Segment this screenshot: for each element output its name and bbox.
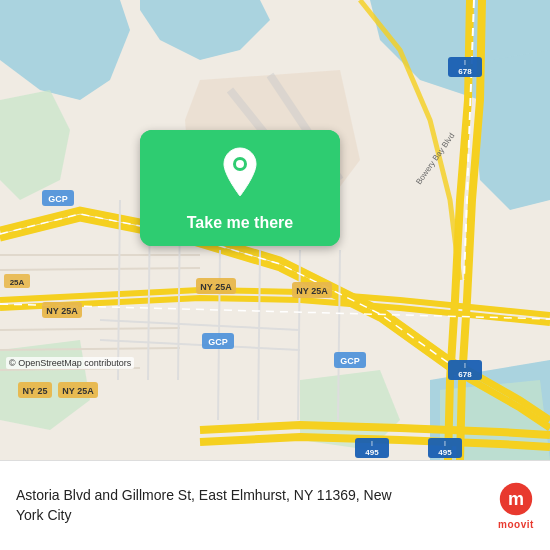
svg-text:NY 25A: NY 25A	[62, 386, 94, 396]
info-bar: Astoria Blvd and Gillmore St, East Elmhu…	[0, 460, 550, 550]
svg-text:NY 25A: NY 25A	[46, 306, 78, 316]
svg-text:GCP: GCP	[340, 356, 360, 366]
pin-icon-area	[140, 130, 340, 206]
svg-point-49	[236, 160, 244, 168]
svg-text:495: 495	[438, 448, 452, 457]
location-pin-icon	[218, 146, 262, 198]
svg-text:GCP: GCP	[48, 194, 68, 204]
osm-attribution: © OpenStreetMap contributors	[6, 357, 134, 369]
svg-text:I: I	[371, 440, 373, 447]
svg-text:NY 25: NY 25	[23, 386, 48, 396]
moovit-logo-icon: m	[498, 481, 534, 517]
svg-text:678: 678	[458, 67, 472, 76]
svg-text:678: 678	[458, 370, 472, 379]
address-text: Astoria Blvd and Gillmore St, East Elmhu…	[16, 486, 406, 525]
svg-text:m: m	[508, 489, 524, 509]
svg-text:NY 25A: NY 25A	[296, 286, 328, 296]
moovit-label: moovit	[498, 519, 534, 530]
moovit-logo: m moovit	[498, 481, 534, 530]
take-me-there-button[interactable]: Take me there	[140, 206, 340, 246]
svg-text:25A: 25A	[10, 278, 25, 287]
map-container: GCP GCP GCP NY 25A NY 25A NY 25A NY 25 2…	[0, 0, 550, 460]
svg-text:NY 25A: NY 25A	[200, 282, 232, 292]
svg-text:I: I	[464, 59, 466, 66]
take-me-there-popup: Take me there	[140, 130, 340, 246]
svg-text:GCP: GCP	[208, 337, 228, 347]
svg-text:495: 495	[365, 448, 379, 457]
svg-text:I: I	[444, 440, 446, 447]
svg-text:I: I	[464, 362, 466, 369]
